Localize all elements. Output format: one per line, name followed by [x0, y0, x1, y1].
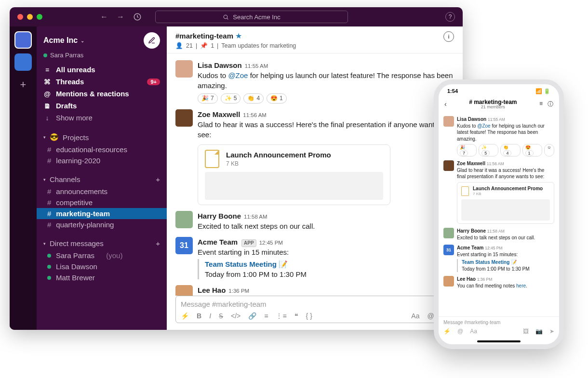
- send-icon[interactable]: ➤: [549, 328, 554, 335]
- quote-icon[interactable]: ❝: [294, 312, 298, 320]
- presence-dot: [43, 53, 47, 57]
- avatar[interactable]: [443, 228, 454, 238]
- message: Lee Hao1:36 PM You can find meeting note…: [175, 282, 454, 296]
- workspace-1[interactable]: [14, 31, 32, 49]
- section-dms[interactable]: ▾Direct messages+: [37, 237, 167, 250]
- ol-icon[interactable]: ≡: [264, 312, 268, 320]
- message: Harry Boone11:58 AM Excited to talk next…: [175, 208, 454, 234]
- code-icon[interactable]: </>: [231, 312, 241, 320]
- workspace-menu-caret[interactable]: ⌄: [80, 38, 84, 43]
- add-workspace[interactable]: +: [20, 78, 27, 91]
- avatar[interactable]: [443, 276, 454, 287]
- reaction[interactable]: 😍1: [267, 93, 287, 104]
- reaction[interactable]: 👏4: [243, 93, 264, 104]
- attachment-preview: [205, 172, 383, 200]
- sidebar: Acme Inc ⌄ Sara Parras ≡All unreads ⌘Thr…: [37, 26, 167, 330]
- message-list[interactable]: Lisa Dawson11:55 AM Kudos to @Zoe for he…: [167, 53, 463, 296]
- self-presence[interactable]: Sara Parras: [37, 52, 167, 64]
- pin-icon[interactable]: 📌: [200, 42, 208, 49]
- channel-header: #marketing-team★ 👤21 | 📌1 | Team updates…: [167, 26, 463, 53]
- add-dm[interactable]: +: [156, 239, 160, 248]
- workspace-2[interactable]: [14, 53, 32, 71]
- history-forward[interactable]: →: [117, 13, 124, 21]
- history-back[interactable]: ←: [100, 13, 108, 21]
- link-icon[interactable]: 🔗: [248, 312, 256, 320]
- minimize-window[interactable]: [27, 14, 33, 20]
- message: Lisa Dawson11:55 AM Kudos to @Zoe for he…: [175, 57, 454, 106]
- channel-main: #marketing-team★ 👤21 | 📌1 | Team updates…: [167, 26, 463, 330]
- workspace-name[interactable]: Acme Inc: [43, 36, 78, 45]
- members-icon[interactable]: 👤: [175, 42, 183, 49]
- attach-icon[interactable]: 🖼: [523, 328, 529, 335]
- file-attachment[interactable]: Launch Announcement Promo 7 KB: [198, 144, 390, 205]
- avatar[interactable]: [175, 285, 193, 296]
- compose-button[interactable]: [144, 32, 160, 49]
- search-placeholder: Search Acme Inc: [233, 13, 280, 21]
- channel-marketing-team[interactable]: #marketing-team: [37, 208, 167, 219]
- channel-learning-2020[interactable]: #learning-2020: [37, 155, 167, 166]
- mention[interactable]: @Zoe: [228, 71, 248, 79]
- slack-desktop-window: ← → Search Acme Inc ? + Acme Inc ⌄: [10, 7, 463, 330]
- format-icon[interactable]: Aa: [411, 312, 419, 320]
- add-reaction-icon[interactable]: ☺: [544, 144, 554, 156]
- maximize-window[interactable]: [37, 14, 42, 20]
- history-icon[interactable]: [133, 13, 142, 21]
- avatar[interactable]: [175, 109, 193, 127]
- section-channels[interactable]: ▾Channels+: [37, 173, 167, 186]
- channel-quarterly-planning[interactable]: #quarterly-planning: [37, 219, 167, 230]
- add-channel[interactable]: +: [156, 175, 160, 183]
- app-badge: APP: [241, 239, 256, 247]
- threads-badge: 9+: [147, 78, 160, 85]
- section-projects[interactable]: ▾😎Projects: [37, 130, 167, 144]
- star-icon[interactable]: ★: [235, 32, 242, 40]
- event-attachment[interactable]: Team Status Meeting 📝 Today from 1:00 PM…: [198, 259, 454, 279]
- channel-details-icon[interactable]: i: [443, 31, 454, 42]
- nav-threads[interactable]: ⌘Threads9+: [37, 76, 167, 88]
- channel-educational-resources[interactable]: #educational-resources: [37, 144, 167, 155]
- titlebar: ← → Search Acme Inc ?: [10, 7, 463, 26]
- channel-title[interactable]: #marketing-team: [175, 32, 233, 40]
- ul-icon[interactable]: ⋮≡: [276, 312, 286, 320]
- dm-matt-brewer[interactable]: Matt Brewer: [37, 272, 167, 283]
- avatar[interactable]: [443, 160, 454, 171]
- camera-icon[interactable]: 📷: [535, 328, 543, 335]
- avatar[interactable]: [443, 116, 454, 127]
- file-attachment[interactable]: Launch Announcement Promo7 KB: [457, 182, 554, 224]
- search-input[interactable]: Search Acme Inc: [155, 11, 348, 23]
- reaction[interactable]: 🎉7: [198, 93, 218, 104]
- close-window[interactable]: [17, 14, 23, 20]
- nav-drafts[interactable]: 🗎Drafts: [37, 100, 167, 112]
- italic-icon[interactable]: I: [209, 312, 211, 320]
- self-name: Sara Parras: [50, 52, 83, 59]
- channel-announcements[interactable]: #announcements: [37, 186, 167, 197]
- dm-lisa-dawson[interactable]: Lisa Dawson: [37, 261, 167, 272]
- window-controls: [17, 14, 42, 20]
- mobile-composer[interactable]: Message #marketing-team ⚡ @ Aa 🖼 📷 ➤: [439, 316, 559, 338]
- strike-icon[interactable]: S̶: [219, 312, 223, 320]
- mention-icon[interactable]: @: [457, 328, 463, 335]
- avatar[interactable]: [175, 211, 193, 228]
- event-attachment[interactable]: Team Status Meeting 📝Today from 1:00 PM …: [457, 259, 530, 272]
- avatar[interactable]: [175, 60, 193, 78]
- nav-all-unreads[interactable]: ≡All unreads: [37, 64, 167, 76]
- calendar-icon: 31: [443, 245, 454, 255]
- nav-show-more[interactable]: ↓Show more: [37, 112, 167, 124]
- bold-icon[interactable]: B: [197, 312, 201, 320]
- dm-sara-parras[interactable]: Sara Parras (you): [37, 250, 167, 261]
- reaction[interactable]: ✨5: [221, 93, 241, 104]
- codeblock-icon[interactable]: { }: [306, 312, 312, 320]
- slack-mobile: 1:54 📶 🔋 ‹ # marketing-team 21 members ≡…: [434, 79, 564, 349]
- mobile-status-bar: 1:54 📶 🔋: [439, 84, 559, 98]
- mention-icon[interactable]: @: [427, 312, 434, 320]
- info-icon[interactable]: ⓘ: [548, 100, 553, 108]
- channel-competitive[interactable]: #competitive: [37, 197, 167, 208]
- composer-input[interactable]: Message #marketing-team: [181, 300, 449, 308]
- shortcuts-icon[interactable]: ⚡: [181, 312, 189, 320]
- mobile-message-list[interactable]: Lisa Dawson 11:55 AM Kudos to @Zoe for h…: [439, 111, 559, 316]
- format-icon[interactable]: Aa: [470, 328, 477, 335]
- search-icon[interactable]: ≡: [539, 100, 543, 108]
- help-icon[interactable]: ?: [445, 12, 455, 22]
- nav-mentions[interactable]: @Mentions & reactions: [37, 88, 167, 100]
- message-composer[interactable]: Message #marketing-team ⚡ B I S̶ </> 🔗 ≡…: [175, 296, 454, 323]
- shortcuts-icon[interactable]: ⚡: [443, 328, 451, 335]
